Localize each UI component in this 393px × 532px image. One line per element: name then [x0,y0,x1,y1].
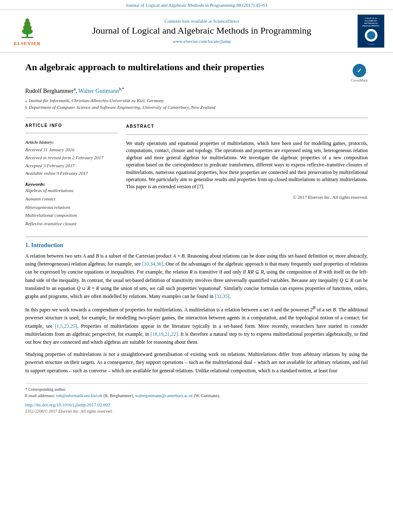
intro-para-1: A relation between two sets A and B is a… [25,252,368,300]
intro-para-3: Studying properties of multirelations is… [25,350,368,375]
keyword-4: Multirelational composition [25,211,118,220]
elsevier-tree-icon [13,17,42,40]
aff-a-text: Institut für Informatik, Christian-Albre… [29,97,164,104]
journal-title-header: Journal of Logical and Algebraic Methods… [53,25,351,36]
cite-1-5-23-25[interactable]: [1,5,23,25] [55,323,77,329]
available-date: Available online 9 February 2017 [25,169,118,177]
abstract-label: ABSTRACT [126,123,368,129]
received-date: Received 31 January 2016 [25,146,118,154]
copyright-line: © 2017 Elsevier Inc. All rights reserved… [126,194,368,201]
journal-header: ELSEVIER Contents lists available at Sci… [0,9,393,53]
author2-sup: b,* [119,87,124,91]
svg-point-11 [29,21,30,23]
svg-point-8 [24,26,26,27]
journal-citation: Journal of Logical and Algebraic Methods… [126,3,267,8]
affiliation-a: a Institut für Informatik, Christian-Alb… [25,97,368,104]
info-divider [25,133,118,133]
aff-b-text: Department of Computer Science and Softw… [29,104,216,111]
keywords-label: Keywords: [25,182,118,187]
crossmark-badge[interactable]: ✓ CrossMark [351,64,368,82]
introduction-section: 1. Introduction A relation between two s… [25,242,368,375]
cover-logo [365,29,377,42]
issn-line: 2352-2208/© 2017 Elsevier Inc. All right… [25,409,368,413]
abstract-text: We study operations and equational prope… [126,140,368,191]
svg-point-6 [23,29,24,31]
revised-date: Received in revised form 2 February 2017 [25,154,118,162]
contents-line: Contents lists available at ScienceDirec… [53,18,351,24]
aff-b-sup: b [25,105,27,111]
body-divider [25,237,368,237]
svg-point-9 [29,26,31,27]
info-abstract-section: ARTICLE INFO Article history: Received 3… [25,123,368,228]
author1-name: Rudolf Berghammer [25,88,74,94]
svg-point-7 [30,29,32,31]
journal-center-info: Contents lists available at ScienceDirec… [53,18,351,44]
keyword-3: Heterogeneous relations [25,203,118,212]
introduction-heading: 1. Introduction [25,242,368,249]
intro-para-2: In this paper we work towards a compendi… [25,305,368,346]
affiliation-b: b Department of Computer Science and Sof… [25,104,368,111]
article-title: An algebraic approach to multirelations … [25,61,264,74]
journal-cover-image: LOGICAL &ALGEBRAICMETHODS INPROGRAMMING … [357,14,385,48]
cite-10-34-36[interactable]: [10,34,36] [142,261,163,267]
sciencedirect-link[interactable]: ScienceDirect [213,18,239,24]
article-history: Article history: Received 31 January 201… [25,138,118,177]
article-info-label: ARTICLE INFO [25,123,118,128]
aff-a-sup: a [25,98,27,104]
keywords-section: Keywords: Algebras of multirelations Aum… [25,182,118,228]
email2-link[interactable]: walterguttmann@canterbury.ac.nz [135,393,193,398]
footnote-star: * Corresponding author. [25,387,368,392]
crossmark-icon: ✓ [353,64,366,77]
top-link-bar: Journal of Logical and Algebraic Methods… [0,0,393,9]
author1-sup: a [74,87,75,91]
cite-18-19-21-22[interactable]: [18,19,21,22] [150,331,178,337]
article-body: An algebraic approach to multirelations … [0,53,393,426]
cover-text: LOGICAL &ALGEBRAICMETHODS INPROGRAMMING [362,17,380,27]
footnote-emails: E-mail addresses: rub@informatik.uni-kie… [25,393,368,398]
accepted-date: Accepted 3 February 2017 [25,162,118,170]
footnote-area: * Corresponding author. E-mail addresses… [25,383,368,398]
email1-link[interactable]: rub@informatik.uni-kiel.de [56,393,102,398]
affiliations: a Institut für Informatik, Christian-Alb… [25,97,368,111]
keyword-1: Algebras of multirelations [25,187,118,195]
keyword-5: Reflexive–transitive closure [25,220,118,228]
authors-line: Rudolf Berghammera, Walter Guttmannb,* [25,87,368,95]
article-info-column: ARTICLE INFO Article history: Received 3… [25,123,118,228]
title-row: An algebraic approach to multirelations … [25,61,368,82]
journal-url[interactable]: www.elsevier.com/locate/jlamp [53,39,351,44]
header-divider [25,118,368,118]
keyword-2: Aumann contact [25,195,118,203]
crossmark-label: CrossMark [351,78,368,82]
cite-32-35[interactable]: [32,35] [215,293,229,299]
abstract-column: ABSTRACT We study operations and equatio… [126,123,368,228]
history-label: Article history: [25,138,118,146]
elsevier-logo: ELSEVIER [8,17,46,46]
cover-logo-inner [367,31,375,40]
elsevier-label: ELSEVIER [14,41,41,46]
abstract-divider [126,134,368,135]
svg-point-10 [25,21,26,23]
svg-rect-1 [21,37,33,38]
doi-link[interactable]: http://dx.doi.org/10.1016/j.jlamp.2017.0… [25,402,110,407]
doi-line[interactable]: http://dx.doi.org/10.1016/j.jlamp.2017.0… [25,402,368,407]
author2-name[interactable]: Walter Guttmann [78,88,119,94]
